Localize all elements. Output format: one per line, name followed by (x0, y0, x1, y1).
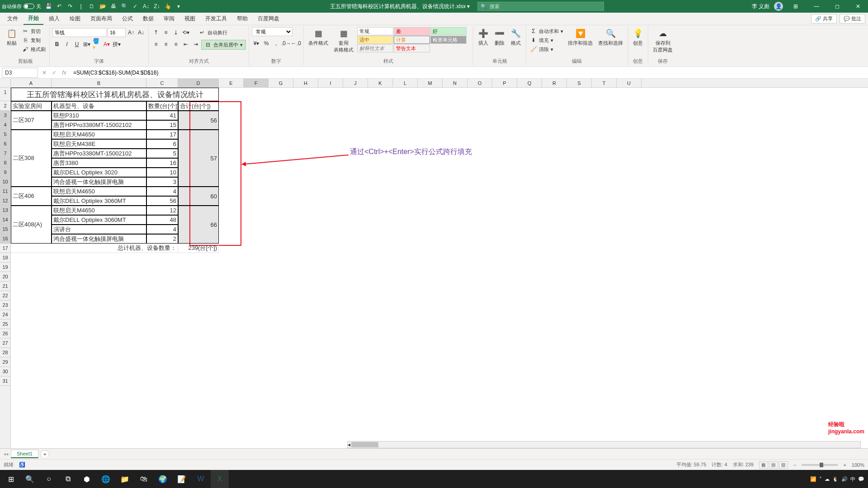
ideas-button[interactable]: 💡创意 (631, 27, 645, 47)
cond-format-button[interactable]: ▦条件格式 (307, 27, 330, 47)
autosave-toggle[interactable]: 自动保存 关 (2, 3, 41, 10)
cell-model[interactable]: 联想启天M438E (52, 139, 146, 149)
tab-nav-last-icon[interactable]: ▸ (7, 451, 9, 456)
cell-model[interactable]: 鸿合盛视一体化触摸屏电脑 (52, 177, 146, 187)
tab-help[interactable]: 帮助 (232, 13, 252, 24)
zoom-level[interactable]: 100% (852, 462, 864, 468)
row-header-3[interactable]: 3 (0, 111, 10, 120)
col-header-E[interactable]: E (219, 79, 244, 87)
cell-qty[interactable]: 4 (146, 187, 178, 196)
row-header-6[interactable]: 6 (0, 139, 10, 149)
tab-file[interactable]: 文件 (3, 13, 23, 24)
column-headers[interactable]: ABCDEFGHIJKLMNOPQRSTU (0, 79, 868, 88)
row-headers[interactable]: 1234567891011121314151617181920212223242… (0, 88, 11, 448)
cell-model[interactable]: 戴尔DELL Optiplex 3020 (52, 168, 146, 177)
row-header-8[interactable]: 8 (0, 158, 10, 168)
cell-qty[interactable]: 16 (146, 158, 178, 168)
increase-font-icon[interactable]: A↑ (127, 28, 136, 37)
spell-icon[interactable]: ✓ (132, 3, 139, 10)
fill-color-button[interactable]: 🪣▾ (92, 40, 101, 49)
comma-icon[interactable]: , (272, 39, 281, 48)
tab-dev[interactable]: 开发工具 (201, 13, 231, 24)
tray-sound-icon[interactable]: 🔊 (841, 476, 848, 482)
table-format-button[interactable]: ▦套用 表格格式 (332, 27, 355, 54)
col-header-I[interactable]: I (318, 79, 343, 87)
tab-insert[interactable]: 插入 (44, 13, 64, 24)
col-header-C[interactable]: C (146, 79, 178, 87)
col-header-U[interactable]: U (617, 79, 642, 87)
tab-home[interactable]: 开始 (24, 13, 43, 25)
col-header-P[interactable]: P (492, 79, 517, 87)
bold-button[interactable]: B (52, 40, 61, 49)
maximize-icon[interactable]: ◻ (829, 0, 845, 13)
share-button[interactable]: 🔗 共享 (811, 14, 837, 23)
print-icon[interactable]: 🖶 (110, 3, 117, 10)
row-header-9[interactable]: 9 (0, 168, 10, 177)
header-room[interactable]: 实验室房间 (11, 101, 52, 111)
formula-input[interactable] (71, 68, 866, 77)
style-explain[interactable]: 解释性文本 (357, 44, 393, 52)
save-baidu-button[interactable]: ☁保存到 百度网盘 (651, 27, 675, 54)
row-header-15[interactable]: 15 (0, 225, 10, 234)
row-header-25[interactable]: 25 (0, 319, 10, 329)
format-cell-button[interactable]: 🔧格式 (509, 27, 523, 47)
currency-icon[interactable]: ¥▾ (252, 39, 261, 48)
sheet-tab-1[interactable]: Sheet1 (11, 450, 38, 458)
indent-inc-icon[interactable]: ⇥ (191, 40, 200, 49)
cell-total[interactable]: 57 (178, 130, 219, 187)
phonetic-button[interactable]: 拼▾ (112, 40, 121, 49)
row-header-28[interactable]: 28 (0, 348, 10, 357)
font-size-select[interactable] (108, 28, 126, 37)
taskbar-search-icon[interactable]: 🔍 (21, 470, 39, 488)
cell-model[interactable]: 惠普3380 (52, 158, 146, 168)
col-header-H[interactable]: H (293, 79, 318, 87)
footer-value[interactable]: 239(台[个]) (178, 244, 219, 253)
new-icon[interactable]: 🗋 (88, 3, 95, 10)
sort-filter-button[interactable]: 🔽排序和筛选 (566, 27, 594, 47)
cell-qty[interactable]: 6 (146, 139, 178, 149)
edge-icon[interactable]: 🌐 (97, 470, 115, 488)
cell-model[interactable]: 惠普HPPro3380MT-15002102 (52, 120, 146, 130)
more-icon[interactable]: ▾ (175, 3, 182, 10)
cell-qty[interactable]: 48 (146, 215, 178, 225)
cell-model[interactable]: 惠普HPPro3380MT-15002102 (52, 149, 146, 158)
row-header-29[interactable]: 29 (0, 357, 10, 367)
cell-model[interactable]: 联想启天M4650 (52, 187, 146, 196)
header-qty[interactable]: 数量(台[个]) (146, 101, 178, 111)
row-header-30[interactable]: 30 (0, 367, 10, 376)
style-neutral[interactable]: 适中 (357, 36, 393, 44)
row-header-16[interactable]: 16 (0, 234, 10, 244)
footer-label[interactable]: 总计机器、设备数量： (11, 244, 178, 253)
horizontal-scrollbar[interactable]: ◂ (347, 441, 861, 448)
taskview-icon[interactable]: ⧉ (59, 470, 77, 488)
tab-formula[interactable]: 公式 (118, 13, 137, 24)
align-center-icon[interactable]: ≡ (161, 40, 170, 49)
cell-qty[interactable]: 15 (146, 120, 178, 130)
touch-icon[interactable]: 👆 (164, 3, 171, 10)
style-check[interactable]: 检查单元格 (430, 36, 467, 44)
filename[interactable]: 王五所管辖海科校区计算机机房机器、设备情况统计.xlsx ▾ (330, 3, 470, 10)
col-header-L[interactable]: L (393, 79, 418, 87)
tray-ime-icon[interactable]: 中 (850, 476, 855, 483)
cell-total[interactable]: 66 (178, 206, 219, 244)
cell-qty[interactable]: 4 (146, 225, 178, 234)
cell-model[interactable]: 戴尔DELL Optiplex 3060MT (52, 196, 146, 206)
underline-button[interactable]: U (72, 40, 81, 49)
row-header-23[interactable]: 23 (0, 300, 10, 310)
font-color-button[interactable]: A▾ (102, 40, 111, 49)
decrease-font-icon[interactable]: A↓ (137, 28, 146, 37)
col-header-K[interactable]: K (368, 79, 393, 87)
open-icon[interactable]: 📂 (99, 3, 106, 10)
row-header-17[interactable]: 17 (0, 244, 10, 253)
wrap-text-button[interactable]: ↵自动换行 (198, 28, 228, 37)
tray-app-icon[interactable]: ☁ (825, 476, 830, 482)
undo-icon[interactable]: ↶ (56, 3, 63, 10)
cell-room[interactable]: 二区307 (11, 111, 52, 130)
align-bottom-icon[interactable]: ⤓ (171, 28, 180, 37)
col-header-R[interactable]: R (542, 79, 567, 87)
inc-decimal-icon[interactable]: .0→ (282, 39, 291, 48)
style-calc[interactable]: 计算 (394, 36, 430, 44)
cancel-formula-icon[interactable]: ✕ (40, 70, 49, 76)
tray-notif-icon[interactable]: 💬 (858, 476, 864, 482)
italic-button[interactable]: I (62, 40, 71, 49)
